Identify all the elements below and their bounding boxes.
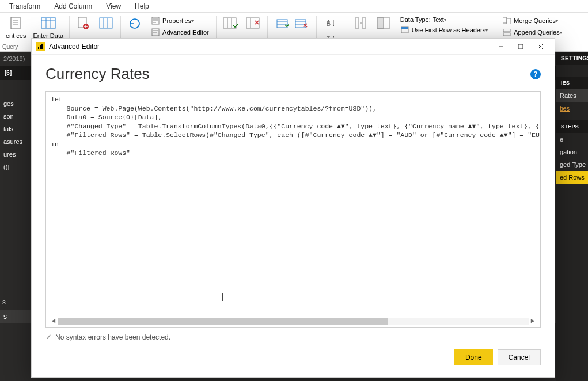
- cancel-button[interactable]: Cancel: [498, 349, 541, 365]
- svg-rect-26: [41, 44, 43, 49]
- document-icon: [8, 16, 24, 31]
- horizontal-scrollbar[interactable]: ◄ ►: [50, 317, 537, 325]
- data-type-button[interactable]: Data Type: Text: [398, 15, 490, 24]
- menu-transform[interactable]: Transform: [2, 1, 47, 12]
- scroll-left-icon[interactable]: ◄: [50, 317, 58, 325]
- dialog-titlebar: Advanced Editor: [32, 39, 555, 55]
- ribbon-btn-b[interactable]: [95, 15, 118, 33]
- dialog-heading: Currency Rates ?: [45, 65, 541, 83]
- code-line: in: [51, 140, 59, 148]
- table-icon: [40, 16, 56, 31]
- svg-rect-27: [518, 44, 523, 49]
- table-header-icon: [400, 25, 409, 35]
- remove-columns-icon: [245, 16, 261, 31]
- advanced-editor-icon: [151, 28, 160, 37]
- code-line: #"Filtered Rows" = Table.SelectRows(#"Ch…: [51, 131, 541, 139]
- first-row-headers-button[interactable]: Use First Row as Headers: [398, 24, 490, 36]
- split-column-icon: [353, 16, 369, 31]
- append-icon: [502, 28, 511, 37]
- code-line: #"Filtered Rows": [51, 149, 130, 157]
- applied-steps-header: STEPS: [556, 120, 588, 133]
- svg-rect-14: [355, 18, 359, 28]
- query-name-field[interactable]: Rates: [556, 89, 588, 102]
- sort-asc-button[interactable]: AZ: [324, 16, 340, 30]
- ribbon-btn-a[interactable]: [72, 15, 95, 33]
- svg-rect-9: [277, 20, 287, 28]
- append-queries-button[interactable]: Append Queries: [500, 26, 564, 38]
- svg-rect-0: [11, 17, 20, 29]
- code-line: Data0 = Source{0}[Data],: [51, 113, 162, 121]
- split-column-button[interactable]: [350, 15, 373, 33]
- code-line: #"Changed Type" = Table.TransformColumnT…: [51, 123, 541, 130]
- refresh-button[interactable]: [123, 15, 146, 33]
- text-caret: [222, 293, 223, 301]
- svg-rect-15: [362, 18, 366, 28]
- merge-icon: [502, 16, 511, 25]
- maximize-icon: [518, 44, 523, 49]
- menu-view[interactable]: View: [99, 1, 128, 12]
- menu-add-column[interactable]: Add Column: [47, 1, 99, 12]
- svg-rect-1: [41, 18, 55, 28]
- list-item[interactable]: s: [2, 298, 6, 306]
- svg-text:Z: Z: [327, 21, 330, 27]
- group-by-icon: [376, 16, 392, 31]
- scroll-track[interactable]: [58, 318, 529, 325]
- code-editor[interactable]: let Source = Web.Page(Web.Contents("http…: [45, 91, 541, 328]
- svg-rect-4: [100, 18, 112, 28]
- remove-columns-button[interactable]: [242, 15, 265, 33]
- settings-header: SETTINGS: [556, 52, 588, 65]
- close-icon: [537, 44, 543, 49]
- properties-button[interactable]: Properties: [149, 15, 211, 26]
- merge-queries-button[interactable]: Merge Queries: [500, 15, 564, 26]
- menubar: Transform Add Column View Help: [0, 0, 588, 13]
- minimize-icon: [498, 44, 504, 49]
- svg-rect-22: [503, 29, 510, 32]
- help-button[interactable]: ?: [530, 69, 541, 79]
- maximize-button[interactable]: [511, 40, 530, 54]
- minimize-button[interactable]: [491, 40, 511, 54]
- advanced-editor-button[interactable]: Advanced Editor: [149, 26, 211, 38]
- code-line: let: [51, 96, 63, 103]
- query-settings-panel: SETTINGS IES Rates ties STEPS e gation g…: [556, 52, 588, 381]
- svg-rect-24: [38, 47, 39, 49]
- svg-rect-23: [503, 33, 510, 36]
- doc-plus-icon: [75, 16, 92, 31]
- properties-icon: [151, 16, 160, 25]
- columns-icon: [98, 16, 115, 31]
- syntax-status: ✓ No syntax errors have been detected.: [45, 328, 541, 346]
- svg-rect-25: [40, 45, 41, 49]
- all-properties-link[interactable]: ties: [556, 102, 588, 115]
- applied-step-selected[interactable]: ed Rows: [556, 171, 588, 184]
- app-icon: [36, 42, 45, 51]
- menu-help[interactable]: Help: [128, 1, 156, 12]
- ribbon-group-label: Query: [2, 44, 18, 50]
- scroll-thumb[interactable]: [58, 318, 388, 325]
- keep-rows-icon: [276, 19, 289, 29]
- applied-step[interactable]: ged Type: [556, 158, 588, 171]
- properties-header: IES: [556, 77, 588, 89]
- svg-rect-20: [503, 17, 507, 23]
- advanced-editor-dialog: Advanced Editor Currency Rates ? let Sou…: [31, 38, 555, 378]
- enter-data-button[interactable]: Enter Data: [29, 15, 67, 40]
- sort-asc-icon: AZ: [327, 19, 337, 27]
- scroll-right-icon[interactable]: ►: [529, 317, 537, 325]
- group-by-button[interactable]: [373, 15, 396, 33]
- close-button[interactable]: [530, 40, 550, 54]
- svg-rect-19: [401, 27, 408, 29]
- refresh-icon: [127, 16, 143, 31]
- choose-columns-icon: [222, 16, 238, 31]
- svg-rect-17: [377, 18, 384, 28]
- applied-step[interactable]: e: [556, 133, 588, 146]
- remove-rows-icon: [295, 19, 308, 29]
- recent-sources-button[interactable]: ent ces: [2, 15, 29, 40]
- dialog-title: Advanced Editor: [49, 43, 100, 51]
- remove-rows-button[interactable]: [293, 16, 309, 32]
- keep-rows-button[interactable]: [275, 16, 291, 32]
- done-button[interactable]: Done: [454, 349, 493, 365]
- choose-columns-button[interactable]: [219, 15, 242, 33]
- check-icon: ✓: [45, 333, 52, 341]
- applied-step[interactable]: gation: [556, 146, 588, 158]
- svg-rect-21: [507, 18, 511, 24]
- code-line: Source = Web.Page(Web.Contents("http://w…: [51, 105, 377, 112]
